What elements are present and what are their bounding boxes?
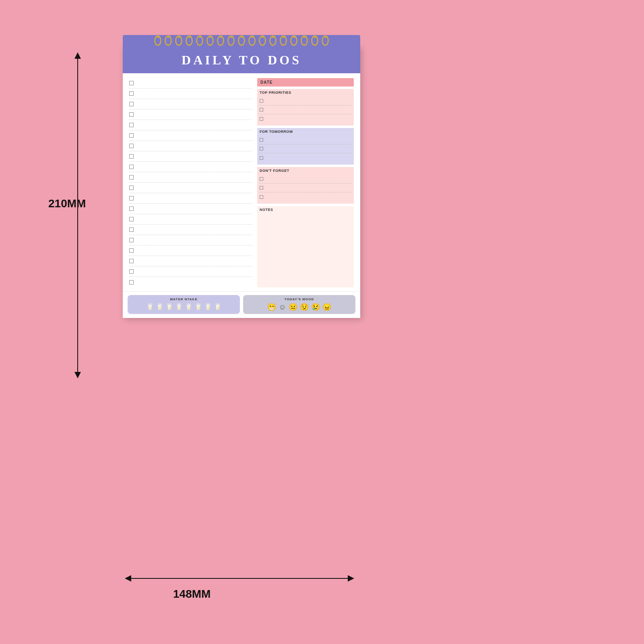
dontforget-items	[257, 174, 354, 204]
water-cup-icon[interactable]: 🥛	[194, 303, 202, 310]
task-row[interactable]	[129, 130, 252, 141]
tomorrow-items	[257, 135, 354, 165]
spiral-coil	[165, 35, 172, 46]
task-row[interactable]	[129, 256, 252, 266]
vertical-dimension-label: 210MM	[48, 197, 86, 210]
task-checkbox[interactable]	[129, 144, 134, 148]
task-row[interactable]	[129, 99, 252, 109]
task-row[interactable]	[129, 183, 252, 193]
scene: 210MM 148MM DA	[0, 0, 644, 644]
dontforget-checkbox[interactable]	[260, 186, 263, 190]
tomorrow-item[interactable]	[260, 144, 351, 153]
water-cup-icon[interactable]: 🥛	[175, 303, 183, 310]
tomorrow-item[interactable]	[260, 153, 351, 162]
horizontal-dimension-label: 148MM	[173, 588, 211, 601]
dontforget-label: DON'T FORGET	[257, 167, 354, 174]
mood-face-smile[interactable]: ☺	[279, 303, 286, 312]
priority-checkbox[interactable]	[260, 108, 263, 111]
tomorrow-label: FOR TOMORROW	[257, 128, 354, 135]
water-cup-icon[interactable]: 🥛	[214, 303, 222, 310]
task-checkbox[interactable]	[129, 154, 134, 159]
task-checkbox[interactable]	[129, 248, 134, 253]
dontforget-checkbox[interactable]	[260, 177, 263, 181]
priorities-items	[257, 96, 354, 126]
task-checkbox[interactable]	[129, 165, 134, 169]
tomorrow-section: FOR TOMORROW	[257, 128, 354, 165]
mood-face-sad[interactable]: 😟	[300, 303, 309, 312]
task-checkbox[interactable]	[129, 102, 134, 106]
notes-section: NOTES	[257, 206, 354, 287]
water-cup-icon[interactable]: 🥛	[185, 303, 193, 310]
task-checkbox[interactable]	[129, 259, 134, 263]
task-row[interactable]	[129, 120, 252, 130]
task-row[interactable]	[129, 193, 252, 204]
task-checkbox[interactable]	[129, 206, 134, 211]
spiral-coil	[175, 35, 182, 46]
task-checkbox[interactable]	[129, 196, 134, 200]
mood-face-angry[interactable]: 😠	[322, 303, 331, 312]
task-checkbox[interactable]	[129, 91, 134, 96]
task-row[interactable]	[129, 109, 252, 120]
priority-item[interactable]	[260, 114, 351, 123]
water-cup-icon[interactable]: 🥛	[146, 303, 154, 310]
priority-checkbox[interactable]	[260, 117, 263, 121]
task-row[interactable]	[129, 162, 252, 172]
tomorrow-item[interactable]	[260, 136, 351, 144]
priority-checkbox[interactable]	[260, 99, 263, 103]
task-row[interactable]	[129, 89, 252, 99]
vertical-dimension-arrow	[74, 52, 81, 378]
task-checkbox[interactable]	[129, 280, 134, 285]
tomorrow-checkbox[interactable]	[260, 138, 263, 142]
dontforget-item[interactable]	[260, 175, 351, 184]
task-row[interactable]	[129, 151, 252, 162]
water-cup-icon[interactable]: 🥛	[156, 303, 164, 310]
spiral-coil	[196, 35, 203, 46]
task-row[interactable]	[129, 141, 252, 151]
notebook-content: DATE TOP PRIORITIES FOR TOMORROW	[123, 73, 360, 291]
task-checkbox[interactable]	[129, 269, 134, 274]
priorities-section: TOP PRIORITIES	[257, 89, 354, 126]
task-row[interactable]	[129, 172, 252, 183]
task-checkbox[interactable]	[129, 175, 134, 180]
spiral-coil	[186, 35, 193, 46]
tomorrow-checkbox[interactable]	[260, 156, 263, 160]
task-row[interactable]	[129, 225, 252, 235]
dontforget-item[interactable]	[260, 192, 351, 201]
water-section: WATER NTAKE 🥛 🥛 🥛 🥛 🥛 🥛 🥛 🥛	[128, 295, 240, 314]
task-checkbox[interactable]	[129, 133, 134, 138]
dontforget-checkbox[interactable]	[260, 195, 263, 199]
task-row[interactable]	[129, 204, 252, 214]
task-row[interactable]	[129, 277, 252, 287]
tomorrow-checkbox[interactable]	[260, 147, 263, 151]
water-cup-icon[interactable]: 🥛	[165, 303, 173, 310]
task-checkbox[interactable]	[129, 112, 134, 117]
task-row[interactable]	[129, 266, 252, 277]
water-cup-icon[interactable]: 🥛	[204, 303, 212, 310]
spiral-coil	[311, 35, 318, 46]
mood-face-neutral[interactable]: 😐	[289, 303, 297, 312]
mood-face-happy[interactable]: 😁	[267, 303, 276, 312]
dontforget-item[interactable]	[260, 184, 351, 192]
task-checkbox[interactable]	[129, 217, 134, 221]
task-row[interactable]	[129, 235, 252, 246]
spiral-coil	[301, 35, 308, 46]
task-checkbox[interactable]	[129, 81, 134, 85]
priorities-label: TOP PRIORITIES	[257, 89, 354, 96]
task-checkbox[interactable]	[129, 123, 134, 127]
spiral-coil	[227, 35, 235, 46]
task-checkbox[interactable]	[129, 186, 134, 190]
task-row[interactable]	[129, 246, 252, 256]
task-checkbox[interactable]	[129, 238, 134, 242]
spiral-coil	[217, 35, 224, 46]
priority-item[interactable]	[260, 105, 351, 114]
task-row[interactable]	[129, 78, 252, 89]
water-cups: 🥛 🥛 🥛 🥛 🥛 🥛 🥛 🥛	[131, 303, 237, 310]
notes-area[interactable]	[257, 213, 354, 245]
mood-label: TODAY'S MOOD	[246, 297, 352, 301]
mood-face-cry[interactable]: 😢	[311, 303, 320, 312]
priority-item[interactable]	[260, 97, 351, 105]
dontforget-section: DON'T FORGET	[257, 167, 354, 204]
task-checkbox[interactable]	[129, 227, 134, 232]
spiral-coil	[154, 35, 161, 46]
task-row[interactable]	[129, 214, 252, 225]
